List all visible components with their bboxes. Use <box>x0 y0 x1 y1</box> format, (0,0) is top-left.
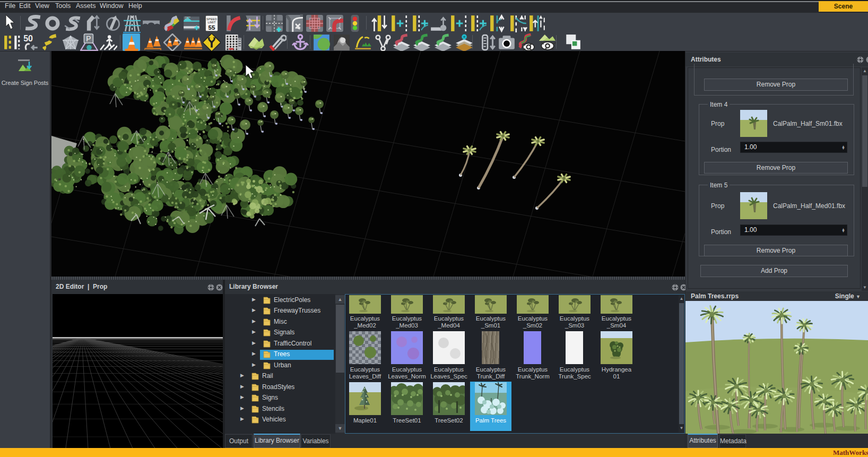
svg-text:SPEED: SPEED <box>206 18 217 21</box>
svg-text:55: 55 <box>209 24 215 31</box>
svg-text:P: P <box>86 35 91 43</box>
svg-text:50: 50 <box>23 34 33 43</box>
